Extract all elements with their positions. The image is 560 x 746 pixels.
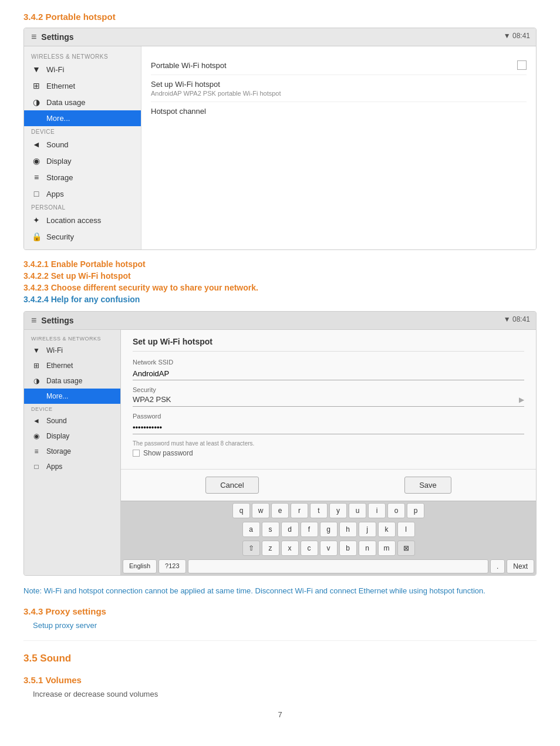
kb-key-e[interactable]: e [271,503,289,518]
page-number: 7 [23,710,537,719]
kb-key-shift[interactable]: ⇧ [242,541,260,556]
settings-panel-1: ≡ Settings ▼ 08:41 WIRELESS & NETWORKS ▼… [23,28,537,250]
kb-key-backspace[interactable]: ⊠ [397,541,415,556]
kb-key-i[interactable]: i [368,503,386,518]
kb-key-y[interactable]: y [329,503,347,518]
p2-data-icon: ◑ [31,377,42,385]
sidebar-item-location[interactable]: ✦ Location access [24,212,141,228]
p2-display-icon: ◉ [31,432,42,440]
p2-sidebar-wifi[interactable]: ▼ Wi-Fi [24,343,120,358]
kb-key-c[interactable]: c [301,541,318,556]
panel1-body: WIRELESS & NETWORKS ▼ Wi-Fi ⊞ Ethernet ◑… [24,46,536,249]
row1-title: Set up Wi-Fi hotspot [151,80,281,89]
panel1-main: Portable Wi-Fi hotspot Set up Wi-Fi hots… [141,46,536,249]
password-input[interactable] [133,421,524,434]
show-password-label: Show password [143,449,193,457]
p2-sidebar-ethernet[interactable]: ⊞ Ethernet [24,358,120,373]
kb-key-h[interactable]: h [339,522,357,537]
dialog-form: Set up Wi-Fi hotspot Network SSID Securi… [121,330,536,464]
kb-key-u[interactable]: u [349,503,366,518]
p2-device-section-label: DEVICE [24,404,120,413]
kb-key-f[interactable]: f [301,522,318,537]
p2-sidebar-sound[interactable]: ◄ Sound [24,413,120,428]
section-343-block: 3.4.3 Proxy settings Setup proxy server [23,606,537,630]
save-button[interactable]: Save [404,477,451,494]
kb-key-z[interactable]: z [262,541,279,556]
cancel-button[interactable]: Cancel [205,477,258,494]
kb-nums-key[interactable]: ?123 [158,559,185,573]
panel2-title: Settings [41,316,73,325]
row0-title: Portable Wi-Fi hotspot [151,61,227,70]
toggle-portable-hotspot[interactable] [517,60,527,70]
kb-key-s[interactable]: s [262,522,279,537]
wifi-status-1: ▼ 08:41 [504,32,530,40]
sidebar-item-storage[interactable]: ≡ Storage [24,169,141,185]
storage-icon: ≡ [31,173,42,182]
apps-icon: □ [31,189,42,198]
subsection-3421: 3.4.2.1 Enable Portable hotspot [23,259,537,269]
sidebar-item-sound[interactable]: ◄ Sound [24,136,141,153]
kb-key-q[interactable]: q [232,503,250,518]
kb-key-k[interactable]: k [378,522,396,537]
kb-space-key[interactable] [188,559,488,573]
panel1-title: Settings [41,32,73,42]
kb-dot-key[interactable]: . [490,559,505,573]
sidebar-item-wifi[interactable]: ▼ Wi-Fi [24,61,141,77]
kb-key-n[interactable]: n [359,541,376,556]
sidebar-item-more[interactable]: More... [24,110,141,126]
kb-key-b[interactable]: b [339,541,357,556]
kb-key-d[interactable]: d [281,522,299,537]
password-hint: The password must have at least 8 charac… [133,440,524,447]
sidebar-item-ethernet[interactable]: ⊞ Ethernet [24,77,141,94]
kb-key-j[interactable]: j [359,522,376,537]
wifi-icon: ▼ [31,65,42,74]
personal-section-label: PERSONAL [24,202,141,212]
sidebar-item-display[interactable]: ◉ Display [24,153,141,169]
security-arrow: ▶ [519,396,524,404]
kb-key-t[interactable]: t [310,503,328,518]
ethernet-icon: ⊞ [31,81,42,90]
password-label: Password [133,413,524,420]
subsection-3424: 3.4.2.4 Help for any confusion [23,295,537,304]
device-section-label: DEVICE [24,126,141,136]
sidebar-item-security[interactable]: 🔒 Security [24,228,141,245]
p2-sidebar-section: WIRELESS & NETWORKS [24,333,120,343]
p2-sidebar-display[interactable]: ◉ Display [24,428,120,444]
kb-key-v[interactable]: v [320,541,338,556]
p2-sidebar-apps[interactable]: □ Apps [24,459,120,474]
security-icon: 🔒 [31,232,42,241]
subsection-3423: 3.4.2.3 Choose different security way to… [23,283,537,292]
content-row-2[interactable]: Hotspot channel [151,102,527,120]
display-icon: ◉ [31,156,42,166]
dialog-buttons: Cancel Save [121,469,536,501]
kb-key-o[interactable]: o [387,503,405,518]
p2-wifi-icon: ▼ [31,346,42,355]
p2-sidebar-storage[interactable]: ≡ Storage [24,444,120,459]
kb-key-g[interactable]: g [320,522,338,537]
sidebar-item-apps[interactable]: □ Apps [24,185,141,202]
p2-storage-icon: ≡ [31,447,42,455]
show-password-checkbox[interactable] [133,450,140,457]
kb-bottom-row: English ?123 . Next [121,558,536,575]
kb-row-3: ⇧ z x c v b n m ⊠ [121,539,536,558]
kb-key-r[interactable]: r [291,503,308,518]
p2-sidebar-more[interactable]: More... [24,389,120,404]
kb-key-p[interactable]: p [407,503,424,518]
kb-key-a[interactable]: a [242,522,260,537]
kb-key-l[interactable]: l [397,522,415,537]
show-password-row[interactable]: Show password [133,449,524,457]
kb-next-key[interactable]: Next [507,559,534,573]
kb-key-m[interactable]: m [378,541,396,556]
kb-lang-key[interactable]: English [123,559,157,573]
p2-sidebar-data-usage[interactable]: ◑ Data usage [24,373,120,389]
sidebar-item-data-usage[interactable]: ◑ Data usage [24,94,141,110]
section-35-block: 3.5 Sound [23,653,537,664]
kb-key-x[interactable]: x [281,541,299,556]
p2-sound-icon: ◄ [31,417,42,425]
panel2-header: ≡ Settings ▼ 08:41 [24,312,536,330]
kb-key-w[interactable]: w [252,503,269,518]
ssid-input[interactable] [133,367,524,380]
security-field-label: Security [133,386,524,393]
field-ssid: Network SSID [133,359,524,380]
content-row-1[interactable]: Set up Wi-Fi hotspot AndroidAP WPA2 PSK … [151,75,527,102]
